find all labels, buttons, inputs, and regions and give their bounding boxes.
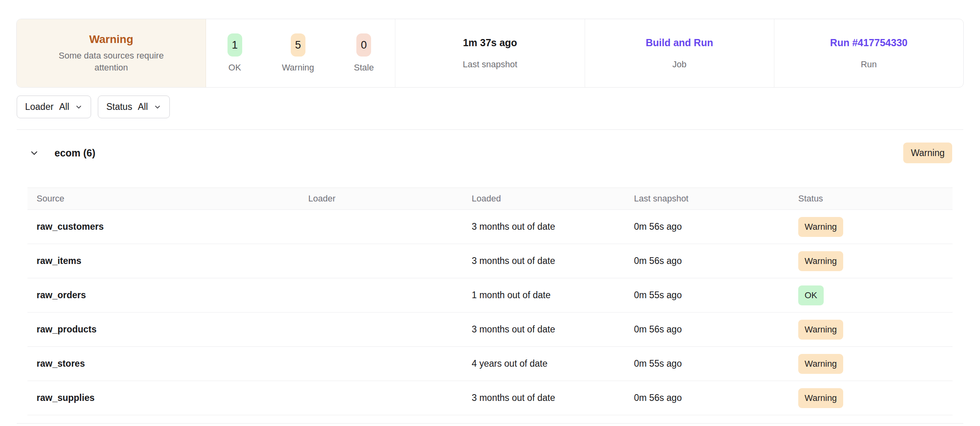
last-snapshot-cell: 0m 56s ago — [634, 324, 798, 335]
status-filter-button[interactable]: Status All — [98, 96, 170, 118]
chevron-down-icon — [154, 103, 161, 111]
loaded-cell: 3 months out of date — [472, 324, 634, 335]
last-snapshot-cell: 0m 56s ago — [634, 256, 798, 266]
loader-filter-label: Loader — [25, 102, 54, 112]
source-name: raw_customers — [37, 221, 308, 232]
count-ok: 1 OK — [228, 33, 242, 73]
table-row[interactable]: raw_items 3 months out of date 0m 56s ag… — [27, 244, 953, 278]
section-divider — [17, 129, 963, 130]
table-row[interactable]: raw_orders 1 month out of date 0m 55s ag… — [27, 278, 953, 313]
overall-status-title: Warning — [89, 33, 133, 46]
section-divider — [17, 423, 963, 424]
column-header-status: Status — [798, 193, 953, 204]
count-ok-label: OK — [228, 63, 241, 73]
status-filter-label: Status — [106, 102, 132, 112]
job-card: Build and Run Job — [585, 19, 774, 87]
status-counts: 1 OK 5 Warning 0 Stale — [228, 33, 374, 73]
group-header-ecom[interactable]: ecom (6) Warning — [27, 140, 952, 166]
count-stale-badge: 0 — [356, 33, 371, 57]
status-badge: Warning — [798, 217, 843, 237]
last-snapshot-cell: 0m 56s ago — [634, 393, 798, 403]
loaded-cell: 3 months out of date — [472, 256, 634, 266]
run-label: Run — [861, 59, 877, 70]
last-snapshot-card: 1m 37s ago Last snapshot — [395, 19, 585, 87]
source-name: raw_products — [37, 324, 308, 335]
loader-filter-value: All — [59, 102, 70, 112]
count-warning-badge: 5 — [291, 33, 305, 57]
last-snapshot-cell: 0m 56s ago — [634, 221, 798, 232]
group-status-badge: Warning — [903, 143, 952, 163]
table-row[interactable]: raw_supplies 3 months out of date 0m 56s… — [27, 381, 953, 415]
last-snapshot-cell: 0m 55s ago — [634, 290, 798, 301]
filter-bar: Loader All Status All — [17, 96, 170, 118]
status-filter-value: All — [138, 102, 148, 112]
status-badge: OK — [798, 285, 824, 305]
table-row[interactable]: raw_stores 4 years out of date 0m 55s ag… — [27, 347, 953, 381]
table-row[interactable]: raw_products 3 months out of date 0m 56s… — [27, 313, 953, 347]
source-name: raw_items — [37, 256, 308, 266]
table-row[interactable]: raw_customers 3 months out of date 0m 56… — [27, 210, 953, 244]
loaded-cell: 3 months out of date — [472, 393, 634, 403]
column-header-source: Source — [37, 193, 308, 204]
overall-status-subtitle: Some data sources require attention — [48, 50, 175, 73]
column-header-loaded: Loaded — [472, 193, 634, 204]
status-badge: Warning — [798, 251, 843, 271]
table-header-row: Source Loader Loaded Last snapshot Statu… — [27, 188, 953, 210]
count-warning-label: Warning — [282, 63, 314, 73]
loaded-cell: 1 month out of date — [472, 290, 634, 301]
loaded-cell: 3 months out of date — [472, 221, 634, 232]
source-name: raw_supplies — [37, 393, 308, 403]
job-link[interactable]: Build and Run — [646, 37, 713, 49]
chevron-down-icon[interactable] — [29, 148, 39, 158]
status-badge: Warning — [798, 320, 843, 340]
sources-table: Source Loader Loaded Last snapshot Statu… — [27, 188, 953, 415]
run-card: Run #417754330 Run — [774, 19, 963, 87]
run-link[interactable]: Run #417754330 — [830, 37, 908, 49]
count-warning: 5 Warning — [282, 33, 314, 73]
last-snapshot-label: Last snapshot — [463, 59, 517, 70]
column-header-last-snapshot: Last snapshot — [634, 193, 798, 204]
count-stale-label: Stale — [354, 63, 374, 73]
source-name: raw_stores — [37, 358, 308, 369]
status-badge: Warning — [798, 388, 843, 408]
column-header-loader: Loader — [308, 193, 472, 204]
group-title: ecom (6) — [54, 147, 95, 159]
status-badge: Warning — [798, 354, 843, 374]
loaded-cell: 4 years out of date — [472, 358, 634, 369]
source-name: raw_orders — [37, 290, 308, 301]
count-ok-badge: 1 — [228, 33, 242, 57]
status-counts-card: 1 OK 5 Warning 0 Stale — [206, 19, 395, 87]
job-label: Job — [672, 59, 686, 70]
summary-strip: Warning Some data sources require attent… — [16, 19, 964, 88]
count-stale: 0 Stale — [354, 33, 374, 73]
last-snapshot-cell: 0m 55s ago — [634, 358, 798, 369]
loader-filter-button[interactable]: Loader All — [17, 96, 91, 118]
last-snapshot-value: 1m 37s ago — [463, 37, 517, 49]
overall-status-card: Warning Some data sources require attent… — [17, 19, 206, 87]
chevron-down-icon — [75, 103, 83, 111]
